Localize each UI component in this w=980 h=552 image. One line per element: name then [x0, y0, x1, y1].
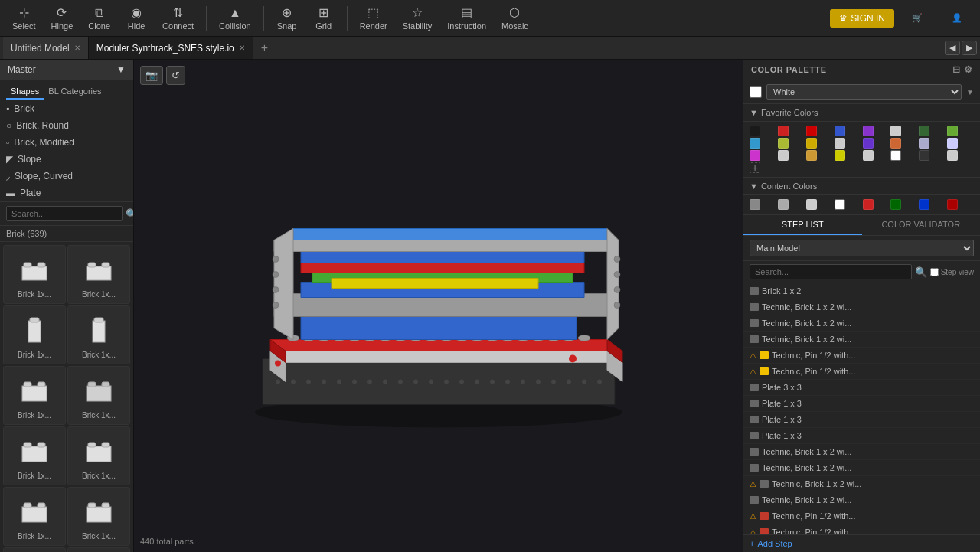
swatch-5[interactable] [890, 126, 901, 136]
toolbar-render[interactable]: ⬚ Render [354, 2, 394, 34]
refresh-button[interactable]: ↺ [166, 66, 185, 85]
brick-item-0[interactable]: Brick 1x... [3, 245, 66, 304]
swatch-23[interactable] [947, 150, 958, 161]
add-step-button[interactable]: + Add Step [743, 534, 980, 552]
brick-item-7[interactable]: Brick 1x... [67, 426, 130, 485]
swatch-0[interactable] [750, 126, 760, 136]
sign-in-button[interactable]: ♛ SIGN IN [830, 9, 894, 28]
step-item-6[interactable]: Plate 3 x 3 [743, 380, 980, 396]
swatch-6[interactable] [919, 126, 929, 136]
step-item-14[interactable]: ⚠ Technic, Pin 1/2 with... [743, 508, 980, 524]
category-brick-round[interactable]: ○ Brick, Round [0, 117, 133, 134]
step-search-icon[interactable]: 🔍 [915, 266, 927, 278]
swatch-7[interactable] [947, 126, 958, 136]
content-swatch-2[interactable] [806, 199, 817, 210]
model-dropdown[interactable]: Main Model [750, 240, 974, 256]
tab-moduler[interactable]: Moduler Synthrack_SNES style.io ✕ [89, 37, 253, 59]
step-item-5[interactable]: ⚠ Technic, Pin 1/2 with... [743, 364, 980, 380]
step-list-tab[interactable]: STEP LIST [743, 215, 862, 235]
brick-item-11[interactable]: Brick 1x... [67, 547, 130, 552]
swatch-21[interactable] [890, 150, 901, 161]
swatch-17[interactable] [778, 150, 789, 161]
swatch-4[interactable] [863, 126, 874, 136]
step-item-1[interactable]: Technic, Brick 1 x 2 wi... [743, 299, 980, 315]
toolbar-snap[interactable]: ⊕ Snap [270, 2, 304, 34]
brick-item-5[interactable]: Brick 1x... [67, 366, 130, 425]
swatch-15[interactable] [947, 138, 958, 149]
brick-item-3[interactable]: Brick 1x... [67, 305, 130, 364]
toolbar-select[interactable]: ⊹ Select [6, 2, 42, 34]
toolbar-connect[interactable]: ⇅ Connect [156, 2, 200, 34]
brick-item-9[interactable]: Brick 1x... [67, 487, 130, 546]
brick-item-2[interactable]: Brick 1x... [3, 305, 66, 364]
toolbar-hide[interactable]: ◉ Hide [119, 2, 153, 34]
step-item-15[interactable]: ⚠ Technic, Pin 1/2 with... [743, 524, 980, 534]
content-swatch-3[interactable] [835, 199, 845, 210]
toolbar-hinge[interactable]: ⟳ Hinge [45, 2, 80, 34]
toolbar-grid[interactable]: ⊞ Grid [307, 2, 341, 34]
swatch-22[interactable] [919, 150, 929, 161]
step-item-2[interactable]: Technic, Brick 1 x 2 wi... [743, 315, 980, 332]
step-item-12[interactable]: ⚠ Technic, Brick 1 x 2 wi... [743, 476, 980, 492]
swatch-18[interactable] [806, 150, 817, 161]
category-plate[interactable]: ▬ Plate [0, 185, 133, 201]
step-view-toggle[interactable]: Step view [930, 268, 974, 276]
search-icon[interactable]: 🔍 [126, 208, 134, 220]
swatch-1[interactable] [778, 126, 789, 136]
swatch-16[interactable] [750, 150, 760, 161]
add-color-button[interactable]: + [750, 162, 760, 173]
panel-nav-left[interactable]: ◀ [945, 41, 960, 55]
panel-nav-right[interactable]: ▶ [962, 41, 977, 55]
step-item-13[interactable]: Technic, Brick 1 x 2 wi... [743, 492, 980, 508]
toolbar-collision[interactable]: ▲ Collision [213, 3, 257, 34]
swatch-9[interactable] [778, 138, 789, 149]
swatch-11[interactable] [835, 138, 845, 149]
master-select[interactable]: Master ▼ [0, 60, 133, 80]
settings-color-icon[interactable]: ⚙ [964, 64, 973, 75]
category-slope[interactable]: ◤ Slope [0, 151, 133, 168]
swatch-8[interactable] [750, 138, 760, 149]
swatch-3[interactable] [835, 126, 845, 136]
toolbar-clone[interactable]: ⧉ Clone [82, 3, 116, 34]
toolbar-cart[interactable]: 🛒 [900, 10, 934, 26]
swatch-20[interactable] [863, 150, 874, 161]
step-item-3[interactable]: Technic, Brick 1 x 2 wi... [743, 332, 980, 348]
filter-icon[interactable]: ⊟ [952, 64, 961, 75]
step-item-10[interactable]: Technic, Brick 1 x 2 wi... [743, 444, 980, 460]
swatch-19[interactable] [835, 150, 845, 161]
color-validator-tab[interactable]: COLOR VALIDATOR [862, 215, 981, 235]
color-dropdown[interactable]: White [766, 84, 962, 100]
step-search-input[interactable] [750, 264, 912, 279]
viewport[interactable]: 📷 ↺ [134, 60, 743, 552]
step-item-4[interactable]: ⚠ Technic, Pin 1/2 with... [743, 348, 980, 364]
toolbar-user[interactable]: 👤 [940, 10, 974, 26]
content-colors-header[interactable]: ▼ Content Colors [743, 178, 980, 195]
toolbar-mosaic[interactable]: ⬡ Mosaic [495, 2, 534, 34]
brick-item-6[interactable]: Brick 1x... [3, 426, 66, 485]
brick-item-4[interactable]: Brick 1x... [3, 366, 66, 425]
category-brick-modified[interactable]: ▫ Brick, Modified [0, 134, 133, 151]
step-item-9[interactable]: Plate 1 x 3 [743, 428, 980, 444]
toolbar-instruction[interactable]: ▤ Instruction [441, 2, 492, 34]
category-brick[interactable]: ▪ Brick [0, 100, 133, 117]
step-item-0[interactable]: Brick 1 x 2 [743, 283, 980, 299]
toolbar-stability[interactable]: ☆ Stability [397, 2, 439, 34]
shapes-tab[interactable]: Shapes [6, 84, 44, 100]
swatch-12[interactable] [863, 138, 874, 149]
content-swatch-0[interactable] [750, 199, 760, 210]
favorite-colors-header[interactable]: ▼ Favorite Colors [743, 104, 980, 122]
tab-add-button[interactable]: + [253, 41, 276, 55]
search-input[interactable] [6, 206, 122, 221]
content-swatch-4[interactable] [863, 199, 874, 210]
content-swatch-7[interactable] [947, 199, 958, 210]
swatch-10[interactable] [806, 138, 817, 149]
step-item-7[interactable]: Plate 1 x 3 [743, 396, 980, 412]
category-slope-curved[interactable]: ◞ Slope, Curved [0, 168, 133, 185]
step-item-11[interactable]: Technic, Brick 1 x 2 wi... [743, 460, 980, 476]
tab-moduler-close[interactable]: ✕ [239, 44, 245, 52]
tab-untitled-close[interactable]: ✕ [74, 44, 80, 52]
bl-categories-tab[interactable]: BL Categories [44, 84, 106, 100]
brick-item-10[interactable]: Brick 1x... [3, 547, 66, 552]
swatch-14[interactable] [919, 138, 929, 149]
swatch-2[interactable] [806, 126, 817, 136]
